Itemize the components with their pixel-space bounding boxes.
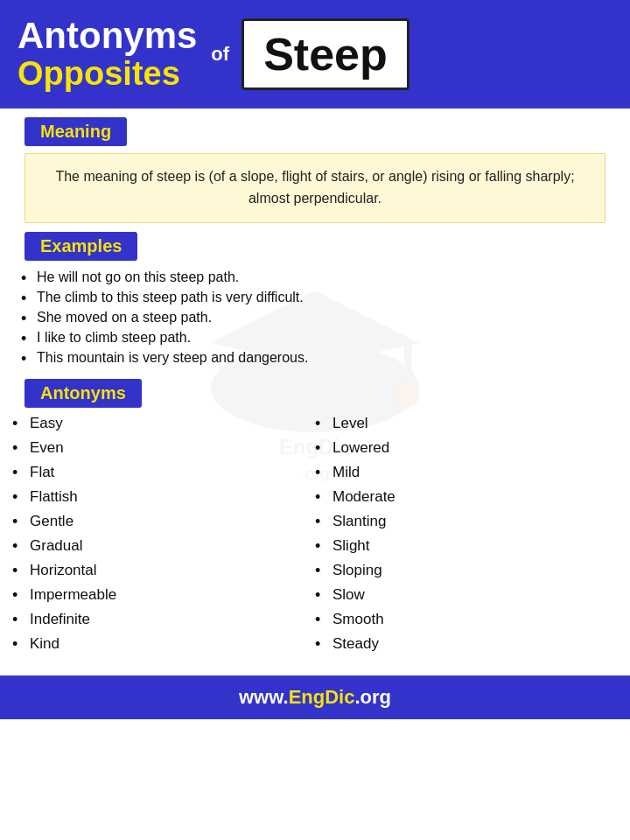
antonym-item: Slanting — [315, 513, 618, 530]
antonyms-col1: EasyEvenFlatFlattishGentleGradualHorizon… — [12, 415, 315, 660]
example-item: The climb to this steep path is very dif… — [21, 290, 618, 305]
antonym-item: Impermeable — [12, 586, 315, 604]
example-item: This mountain is very steep and dangerou… — [21, 350, 618, 366]
antonym-item: Steady — [315, 635, 618, 653]
antonyms-columns: EasyEvenFlatFlattishGentleGradualHorizon… — [12, 415, 618, 660]
antonym-item: Even — [12, 439, 315, 457]
examples-label: Examples — [24, 232, 137, 261]
antonym-item: Lowered — [315, 439, 618, 457]
antonym-item: Slow — [315, 586, 618, 604]
antonym-item: Sloping — [315, 562, 618, 579]
header-word: Steep — [263, 29, 388, 80]
examples-section: Examples He will not go on this steep pa… — [12, 223, 618, 366]
antonym-item: Smooth — [315, 611, 618, 628]
header-of-label: of — [211, 43, 229, 66]
meaning-section: Meaning The meaning of steep is (of a sl… — [12, 108, 618, 223]
antonym-item: Flattish — [12, 488, 315, 506]
antonym-item: Horizontal — [12, 562, 315, 579]
antonym-item: Slight — [315, 537, 618, 555]
footer-url: www.EngDic.org — [239, 686, 391, 708]
antonym-item: Gentle — [12, 513, 315, 530]
meaning-box: The meaning of steep is (of a slope, fli… — [24, 153, 606, 223]
antonym-item: Easy — [12, 415, 315, 432]
antonyms-col2: LevelLoweredMildModerateSlantingSlightSl… — [315, 415, 618, 660]
footer-url-brand: EngDic — [289, 686, 355, 708]
footer: www.EngDic.org — [0, 676, 630, 719]
example-item: She moved on a steep path. — [21, 310, 618, 326]
header-opposites: Opposites — [18, 56, 197, 93]
header: Antonyms Opposites of Steep — [0, 0, 630, 108]
antonyms-section: Antonyms EasyEvenFlatFlattishGentleGradu… — [12, 370, 618, 660]
meaning-text: The meaning of steep is (of a slope, fli… — [43, 166, 587, 210]
antonym-item: Moderate — [315, 488, 618, 506]
examples-list: He will not go on this steep path.The cl… — [21, 270, 618, 366]
antonym-item: Mild — [315, 464, 618, 481]
footer-url-suffix: .org — [354, 686, 391, 708]
antonym-item: Indefinite — [12, 611, 315, 628]
header-title-block: Antonyms Opposites — [18, 16, 197, 93]
example-item: He will not go on this steep path. — [21, 270, 618, 285]
header-antonyms: Antonyms — [18, 16, 197, 56]
example-item: I like to climb steep path. — [21, 330, 618, 346]
footer-url-prefix: www. — [239, 686, 289, 708]
antonyms-label: Antonyms — [24, 379, 142, 408]
meaning-label: Meaning — [24, 117, 127, 146]
antonym-item: Level — [315, 415, 618, 432]
antonym-item: Kind — [12, 635, 315, 653]
antonym-item: Gradual — [12, 537, 315, 555]
antonym-item: Flat — [12, 464, 315, 481]
header-word-box: Steep — [242, 18, 410, 90]
